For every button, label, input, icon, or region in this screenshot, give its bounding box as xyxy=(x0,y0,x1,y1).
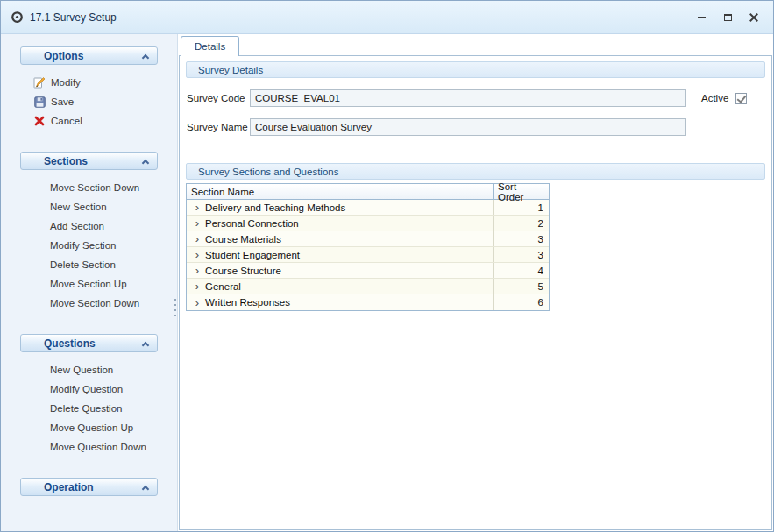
section-name: Course Structure xyxy=(205,266,281,276)
tab-details[interactable]: Details xyxy=(181,36,239,56)
sidebar-item-save[interactable]: Save xyxy=(20,92,158,111)
save-icon xyxy=(32,96,46,108)
tab-strip: Details xyxy=(178,34,773,55)
panel-header-operation[interactable]: Operation xyxy=(20,478,158,496)
survey-name-row: Survey Name xyxy=(187,118,765,136)
sidebar-item-cancel[interactable]: Cancel xyxy=(20,111,158,131)
sort-order-value: 3 xyxy=(493,231,549,246)
panel-header-options[interactable]: Options xyxy=(20,46,158,65)
collapse-caret-icon xyxy=(142,160,149,167)
cancel-icon xyxy=(32,116,46,126)
table-row[interactable]: ›Student Engagement 3 xyxy=(187,247,549,263)
sidebar: Options Modify xyxy=(1,34,178,531)
section-name: Personal Connection xyxy=(205,218,299,229)
sidebar-item-label: Delete Section xyxy=(50,259,116,270)
sections-table: Section Name Sort Order ›Delivery and Te… xyxy=(186,183,550,311)
group-title: Survey Details xyxy=(198,65,263,75)
sort-order-value: 1 xyxy=(493,200,549,215)
sidebar-item-modify-question[interactable]: Modify Question xyxy=(20,379,158,399)
panel-title: Options xyxy=(44,50,83,62)
sort-order-value: 5 xyxy=(493,279,549,294)
maximize-button[interactable] xyxy=(719,11,736,25)
details-pane: Survey Details Survey Code Active Survey… xyxy=(179,55,772,530)
group-header-survey-details: Survey Details xyxy=(186,61,765,78)
table-header-row: Section Name Sort Order xyxy=(187,184,549,200)
table-row[interactable]: ›General 5 xyxy=(187,279,549,294)
sidebar-item-label: Move Section Down xyxy=(50,182,139,193)
sort-order-value: 6 xyxy=(493,294,549,310)
sidebar-item-label: Add Section xyxy=(50,221,104,231)
sidebar-item-move-question-up[interactable]: Move Question Up xyxy=(20,418,158,437)
close-button[interactable] xyxy=(745,11,763,25)
minimize-icon xyxy=(698,17,706,18)
section-name: General xyxy=(205,281,241,292)
tab-label: Details xyxy=(195,41,225,52)
sidebar-item-move-section-down-2[interactable]: Move Section Down xyxy=(20,294,158,313)
sidebar-item-label: Move Question Up xyxy=(50,422,133,433)
panel-operation: Operation xyxy=(20,478,158,496)
sidebar-item-label: Cancel xyxy=(51,116,82,126)
sidebar-item-move-section-down[interactable]: Move Section Down xyxy=(20,178,158,197)
survey-setup-window: 17.1 Survey Setup Options xyxy=(0,0,774,532)
collapse-caret-icon xyxy=(142,486,149,493)
pencil-icon xyxy=(32,76,46,89)
sidebar-item-label: Move Section Up xyxy=(50,279,127,289)
expand-chevron-icon[interactable]: › xyxy=(193,249,202,260)
collapse-caret-icon xyxy=(142,54,149,61)
table-row[interactable]: ›Delivery and Teaching Methods 1 xyxy=(187,200,549,216)
sidebar-item-label: Modify Section xyxy=(50,240,116,251)
expand-chevron-icon[interactable]: › xyxy=(193,265,202,276)
expand-chevron-icon[interactable]: › xyxy=(193,297,202,309)
panel-header-sections[interactable]: Sections xyxy=(20,152,158,170)
active-label: Active xyxy=(701,93,728,103)
sort-order-value: 4 xyxy=(493,263,549,278)
sidebar-item-label: Delete Question xyxy=(50,403,122,414)
app-icon xyxy=(10,11,24,25)
window-title: 17.1 Survey Setup xyxy=(30,11,117,24)
table-row[interactable]: ›Course Structure 4 xyxy=(187,263,549,279)
active-checkbox[interactable] xyxy=(735,93,747,104)
sidebar-item-modify[interactable]: Modify xyxy=(20,73,158,92)
sidebar-item-label: Move Section Down xyxy=(50,298,139,309)
table-row[interactable]: ›Course Materials 3 xyxy=(187,231,549,247)
expand-chevron-icon[interactable]: › xyxy=(193,217,202,229)
survey-code-input[interactable] xyxy=(250,89,686,107)
expand-chevron-icon[interactable]: › xyxy=(193,233,202,245)
group-header-sections-questions: Survey Sections and Questions xyxy=(186,163,765,180)
main-area: Details Survey Details Survey Code Activ… xyxy=(178,34,773,531)
section-name: Written Responses xyxy=(205,297,290,308)
table-row[interactable]: ›Written Responses 6 xyxy=(187,294,549,310)
sidebar-item-label: New Question xyxy=(50,365,113,375)
minimize-button[interactable] xyxy=(692,11,710,25)
close-icon xyxy=(749,13,758,22)
sidebar-item-delete-section[interactable]: Delete Section xyxy=(20,255,158,274)
survey-name-input[interactable] xyxy=(250,118,686,136)
table-row[interactable]: ›Personal Connection 2 xyxy=(187,216,549,231)
sidebar-item-label: New Section xyxy=(50,202,107,212)
splitter-grip[interactable] xyxy=(174,299,177,322)
sidebar-item-move-question-down[interactable]: Move Question Down xyxy=(20,437,158,457)
expand-chevron-icon[interactable]: › xyxy=(193,280,202,292)
sidebar-item-move-section-up[interactable]: Move Section Up xyxy=(20,274,158,294)
sidebar-item-label: Move Question Down xyxy=(50,442,146,452)
panel-sections: Sections Move Section Down New Section A… xyxy=(20,152,158,313)
panel-header-questions[interactable]: Questions xyxy=(20,334,158,352)
sort-order-value: 3 xyxy=(493,247,549,262)
sidebar-item-modify-section[interactable]: Modify Section xyxy=(20,236,158,255)
column-header-section-name[interactable]: Section Name xyxy=(187,184,493,199)
panel-questions: Questions New Question Modify Question D… xyxy=(20,334,158,457)
maximize-icon xyxy=(724,14,732,21)
panel-title: Operation xyxy=(44,481,94,493)
sidebar-item-new-section[interactable]: New Section xyxy=(20,197,158,216)
group-title: Survey Sections and Questions xyxy=(198,167,338,177)
sidebar-item-new-question[interactable]: New Question xyxy=(20,360,158,379)
sidebar-item-delete-question[interactable]: Delete Question xyxy=(20,399,158,418)
column-header-sort-order[interactable]: Sort Order xyxy=(493,184,549,199)
survey-name-label: Survey Name xyxy=(187,122,250,132)
expand-chevron-icon[interactable]: › xyxy=(193,202,202,213)
panel-options: Options Modify xyxy=(20,46,158,131)
survey-code-label: Survey Code xyxy=(187,93,250,103)
panel-title: Questions xyxy=(44,337,96,350)
sidebar-item-add-section[interactable]: Add Section xyxy=(20,216,158,236)
sidebar-item-label: Modify xyxy=(51,77,81,88)
